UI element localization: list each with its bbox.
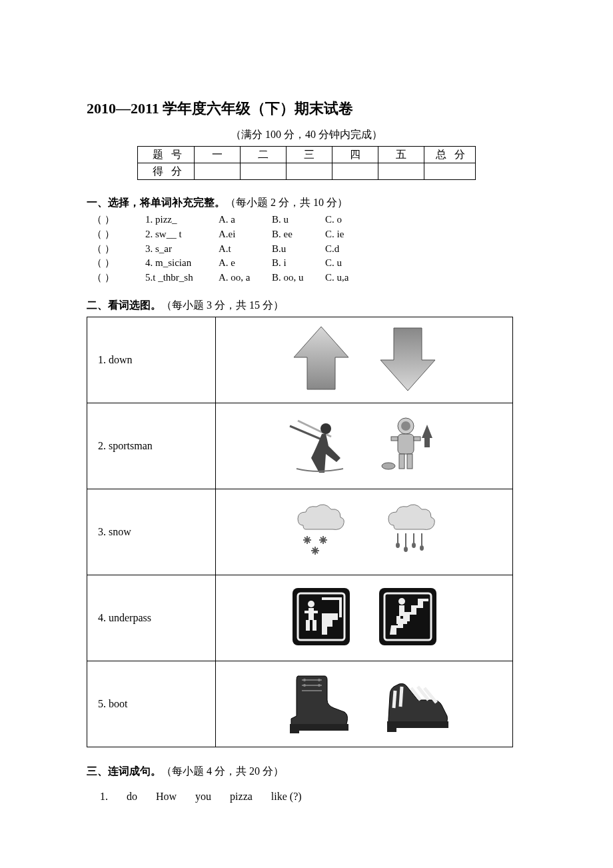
table-row: 5. boot bbox=[87, 661, 513, 747]
score-col: 二 bbox=[241, 147, 287, 163]
option-a: A.ei bbox=[219, 227, 272, 242]
svg-point-35 bbox=[308, 601, 314, 607]
section3-question1: 1.doHowyoupizzalike (?) bbox=[100, 791, 526, 803]
sportsman-icon bbox=[285, 414, 351, 475]
answer-blank: （ ） bbox=[92, 242, 145, 257]
svg-point-2 bbox=[320, 423, 331, 434]
list-item: （ ） 1. pizz_ A. a B. u C. o bbox=[92, 213, 526, 227]
svg-rect-7 bbox=[414, 437, 420, 441]
svg-rect-34 bbox=[339, 597, 342, 617]
option-b: B.u bbox=[272, 242, 325, 257]
svg-rect-9 bbox=[407, 454, 412, 469]
svg-point-43 bbox=[398, 598, 405, 605]
score-cell bbox=[332, 163, 378, 180]
svg-point-30 bbox=[420, 545, 424, 551]
question-word: 1. down bbox=[87, 317, 216, 403]
svg-point-28 bbox=[404, 547, 408, 552]
svg-point-10 bbox=[382, 463, 395, 469]
snow-cloud-icon bbox=[287, 501, 351, 560]
answer-blank: （ ） bbox=[92, 271, 145, 285]
svg-point-27 bbox=[396, 543, 400, 548]
stairs-sign-icon bbox=[378, 587, 438, 647]
score-cell bbox=[424, 163, 476, 180]
answer-blank: （ ） bbox=[92, 213, 145, 227]
sandal-icon bbox=[378, 671, 451, 735]
image-options bbox=[216, 403, 513, 489]
question-word: 4. m_sician bbox=[145, 256, 219, 271]
score-col: 三 bbox=[287, 147, 332, 163]
option-c: C. o bbox=[325, 213, 378, 227]
svg-rect-36 bbox=[308, 608, 314, 620]
question-word: 5.t _thbr_sh bbox=[145, 271, 219, 285]
score-cell bbox=[287, 163, 332, 180]
option-a: A. e bbox=[219, 256, 272, 271]
word: you bbox=[195, 791, 211, 802]
option-c: C. ie bbox=[325, 227, 378, 242]
boot-icon bbox=[278, 671, 351, 735]
score-row-label: 题号 bbox=[138, 147, 195, 163]
answer-blank: （ ） bbox=[92, 227, 145, 242]
question-word: 4. underpass bbox=[87, 575, 216, 661]
score-cell bbox=[195, 163, 241, 180]
section1-list: （ ） 1. pizz_ A. a B. u C. o （ ） 2. sw__ … bbox=[92, 213, 526, 285]
table-row: 1. down bbox=[87, 317, 513, 403]
score-row-label: 得分 bbox=[138, 163, 195, 180]
astronaut-icon bbox=[378, 414, 444, 475]
question-number: 1. bbox=[100, 791, 108, 802]
svg-rect-37 bbox=[306, 620, 310, 631]
svg-point-49 bbox=[303, 679, 306, 681]
score-cell bbox=[241, 163, 287, 180]
arrow-up-icon bbox=[291, 325, 351, 392]
word: pizza bbox=[230, 791, 253, 802]
svg-rect-8 bbox=[399, 454, 404, 469]
option-a: A. oo, a bbox=[219, 271, 272, 285]
section2-heading: 二、看词选图。（每小题 3 分，共 15 分） bbox=[87, 299, 526, 313]
image-options bbox=[216, 317, 513, 403]
section2-table: 1. down bbox=[87, 317, 513, 747]
image-options bbox=[216, 575, 513, 661]
option-c: C. u bbox=[325, 256, 378, 271]
score-table: 题号 一 二 三 四 五 总分 得分 bbox=[137, 146, 476, 180]
word: like (?) bbox=[271, 791, 302, 802]
svg-rect-45 bbox=[396, 616, 400, 624]
svg-rect-44 bbox=[399, 605, 404, 616]
score-col: 一 bbox=[195, 147, 241, 163]
section2-heading-rest: （每小题 3 分，共 15 分） bbox=[161, 299, 284, 311]
list-item: （ ） 3. s_ar A.t B.u C.d bbox=[92, 242, 526, 257]
score-col: 五 bbox=[378, 147, 424, 163]
arrow-down-icon bbox=[378, 325, 438, 392]
question-word: 5. boot bbox=[87, 661, 216, 747]
option-c: C.d bbox=[325, 242, 378, 257]
list-item: （ ） 5.t _thbr_sh A. oo, a B. oo, u C. u,… bbox=[92, 271, 526, 285]
word: do bbox=[127, 791, 137, 802]
svg-rect-40 bbox=[314, 611, 318, 613]
list-item: （ ） 2. sw__ t A.ei B. ee C. ie bbox=[92, 227, 526, 242]
score-col: 四 bbox=[332, 147, 378, 163]
score-total-label: 总分 bbox=[424, 147, 476, 163]
question-word: 2. sw__ t bbox=[145, 227, 219, 242]
option-b: B. i bbox=[272, 256, 325, 271]
svg-rect-33 bbox=[322, 597, 342, 600]
table-row: 得分 bbox=[138, 163, 476, 180]
section3-heading-bold: 三、连词成句。 bbox=[87, 765, 161, 777]
table-row: 4. underpass bbox=[87, 575, 513, 661]
svg-point-50 bbox=[318, 679, 320, 681]
question-word: 3. s_ar bbox=[145, 242, 219, 257]
option-a: A. a bbox=[219, 213, 272, 227]
section3-heading: 三、连词成句。（每小题 4 分，共 20 分） bbox=[87, 765, 526, 779]
list-item: （ ） 4. m_sician A. e B. i C. u bbox=[92, 256, 526, 271]
svg-line-0 bbox=[290, 426, 324, 441]
question-word: 1. pizz_ bbox=[145, 213, 219, 227]
section1-heading-bold: 一、选择，将单词补充完整。 bbox=[87, 197, 225, 208]
svg-rect-39 bbox=[305, 611, 308, 613]
page-subtitle: （满分 100 分，40 分钟内完成） bbox=[87, 128, 526, 142]
svg-rect-54 bbox=[387, 725, 396, 732]
answer-blank: （ ） bbox=[92, 256, 145, 271]
image-options bbox=[216, 489, 513, 575]
svg-point-4 bbox=[401, 421, 410, 431]
svg-rect-6 bbox=[391, 437, 398, 441]
option-c: C. u,a bbox=[325, 271, 378, 285]
table-row: 3. snow bbox=[87, 489, 513, 575]
question-word: 2. sportsman bbox=[87, 403, 216, 489]
rain-cloud-icon bbox=[378, 501, 442, 560]
